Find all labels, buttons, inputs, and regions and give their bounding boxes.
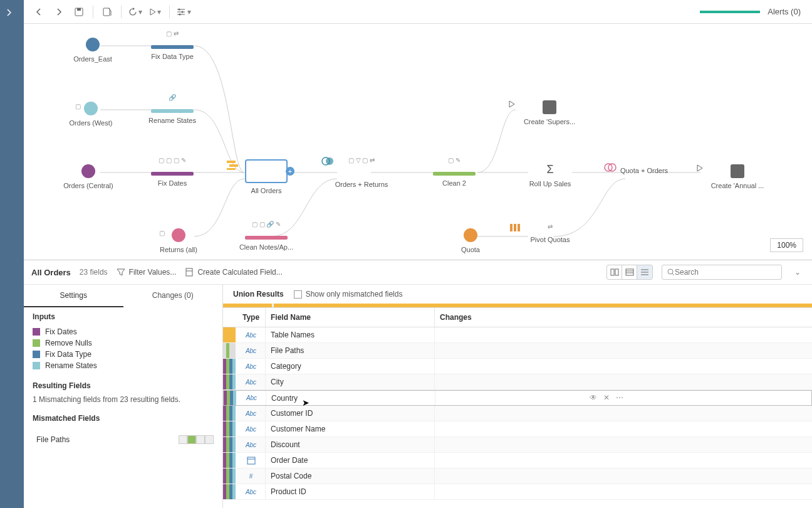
table-row[interactable]: AbcCountry👁✕⋯ (223, 390, 812, 406)
separator (169, 6, 170, 18)
save-as-button[interactable] (98, 3, 116, 21)
table-row[interactable]: AbcFile Paths (223, 343, 812, 359)
table-row[interactable]: Order Date (223, 453, 812, 468)
node-clean2[interactable]: ▢ ✎ Clean 2 (414, 157, 495, 187)
expand-sidebar-icon[interactable] (6, 9, 11, 18)
resulting-heading: Resulting Fields (33, 381, 214, 390)
field-name[interactable]: Postal Code (266, 468, 435, 484)
field-type[interactable]: Abc (237, 327, 266, 342)
field-name[interactable]: Order Date (266, 453, 435, 468)
input-item[interactable]: Fix Dates (33, 326, 214, 337)
node-orders-central[interactable]: Orders (Central) (48, 164, 129, 189)
forward-button[interactable] (50, 3, 68, 21)
svg-rect-19 (51, 103, 57, 108)
field-type[interactable]: # (237, 468, 266, 484)
back-button[interactable] (30, 3, 48, 21)
more-icon[interactable]: ⋯ (616, 393, 623, 402)
field-name[interactable]: Customer Name (266, 421, 435, 437)
hide-icon[interactable]: 👁 (590, 393, 597, 402)
field-type[interactable]: Abc (237, 391, 266, 405)
field-name[interactable]: City (266, 374, 435, 389)
view-grid-button[interactable] (622, 265, 637, 279)
table-row[interactable]: #Postal Code (223, 468, 812, 484)
table-row[interactable]: AbcTable Names (223, 327, 812, 343)
field-type[interactable]: Abc (237, 421, 266, 437)
filter-icon: ▢ (75, 103, 81, 110)
svg-rect-17 (53, 39, 59, 44)
output-icon (731, 164, 744, 178)
field-type[interactable]: Abc (237, 437, 266, 452)
tab-changes[interactable]: Changes (0) (123, 285, 223, 307)
mismatch-item[interactable]: File Paths (24, 433, 222, 447)
create-calc-button[interactable]: Create Calculated Field... (185, 268, 282, 277)
field-type[interactable]: Abc (237, 374, 266, 389)
table-row[interactable]: AbcCity (223, 374, 812, 390)
field-name[interactable]: Product ID (266, 484, 435, 499)
node-orders-east[interactable]: Orders_East (52, 38, 133, 63)
table-row[interactable]: AbcProduct ID (223, 484, 812, 500)
remove-icon[interactable]: ✕ (603, 393, 610, 402)
filter-values-button[interactable]: Filter Values... (117, 268, 177, 277)
node-pivot-quotas[interactable]: ⇄ Pivot Quotas (509, 223, 591, 243)
field-type[interactable]: Abc (237, 484, 266, 499)
input-item[interactable]: Remove Nulls (33, 337, 214, 349)
svg-rect-35 (186, 268, 192, 276)
tab-settings[interactable]: Settings (24, 285, 123, 307)
field-type[interactable] (237, 453, 266, 468)
node-fix-dates[interactable]: ▢ ▢ ▢ ✎ Fix Dates (132, 157, 213, 187)
input-item[interactable]: Rename States (33, 360, 214, 371)
refresh-button[interactable]: ▾ (127, 3, 144, 21)
view-profile-button[interactable] (607, 265, 622, 279)
separator (121, 6, 122, 18)
show-mismatched-checkbox[interactable]: Show only mismatched fields (294, 290, 403, 299)
node-fix-data-type[interactable]: ▢ ⇄ Fix Data Type (132, 30, 213, 60)
field-name[interactable]: File Paths (266, 343, 435, 358)
table-row[interactable]: AbcDiscount (223, 437, 812, 453)
panel-menu-button[interactable]: ⌄ (791, 268, 804, 277)
source-strips (223, 437, 237, 452)
left-panel: Settings Changes (0) Inputs Fix DatesRem… (24, 285, 223, 508)
node-returns-all[interactable]: ▢ Returns (all) (138, 228, 219, 253)
field-name[interactable]: Discount (266, 437, 435, 452)
settings-button[interactable]: ▾ (175, 3, 192, 21)
node-quota[interactable]: Quota (430, 228, 511, 253)
view-list-button[interactable] (637, 265, 652, 279)
table-row[interactable]: AbcCustomer Name (223, 421, 812, 437)
svg-line-46 (672, 273, 674, 275)
detail-header: All Orders 23 fields Filter Values... Cr… (24, 260, 812, 285)
source-strips (223, 327, 237, 342)
left-rail (0, 0, 24, 508)
save-button[interactable] (70, 3, 88, 21)
zoom-level[interactable]: 100% (770, 238, 803, 252)
node-roll-up[interactable]: Σ Roll Up Sales (509, 163, 591, 188)
source-strips (223, 374, 237, 389)
input-item[interactable]: Fix Data Type (33, 349, 214, 360)
field-type[interactable]: Abc (237, 359, 266, 374)
node-create-supers[interactable]: Create 'Supers... (509, 100, 590, 125)
table-row[interactable]: AbcCustomer ID (223, 406, 812, 421)
search-input[interactable] (675, 268, 776, 277)
field-type[interactable]: Abc (237, 343, 266, 358)
flow-canvas[interactable]: Orders_East ▢ ⇄ Fix Data Type ▢ Orders (… (24, 24, 812, 260)
node-create-annual[interactable]: Create 'Annual ... (697, 164, 778, 189)
alerts-button[interactable]: Alerts (0) (768, 7, 806, 16)
run-icon[interactable] (697, 164, 703, 172)
svg-rect-32 (510, 224, 513, 231)
step-mini-icons: ▢ ▢ 🔗 ✎ (226, 221, 307, 230)
node-rename-states[interactable]: 🔗 Rename States (132, 94, 213, 124)
table-row[interactable]: AbcCategory (223, 359, 812, 374)
node-orders-west[interactable]: ▢ Orders (West) (50, 102, 132, 127)
node-quota-orders[interactable]: Quota + Orders (603, 163, 685, 174)
field-type[interactable]: Abc (237, 406, 266, 421)
node-orders-returns[interactable]: ▢ ▽ ▢ ⇄ Orders + Returns (321, 157, 402, 188)
field-name[interactable]: Category (266, 359, 435, 374)
search-box[interactable] (662, 265, 782, 280)
run-button[interactable]: ▾ (147, 3, 164, 21)
field-name[interactable]: Customer ID (266, 406, 435, 421)
add-step-button[interactable]: + (286, 167, 294, 176)
field-name[interactable]: Country (266, 391, 435, 405)
field-name[interactable]: Table Names (266, 327, 435, 342)
node-all-orders[interactable]: + All Orders (226, 159, 307, 194)
node-clean-notes[interactable]: ▢ ▢ 🔗 ✎ Clean Notes/Ap... (226, 221, 307, 251)
run-icon[interactable] (509, 100, 515, 108)
